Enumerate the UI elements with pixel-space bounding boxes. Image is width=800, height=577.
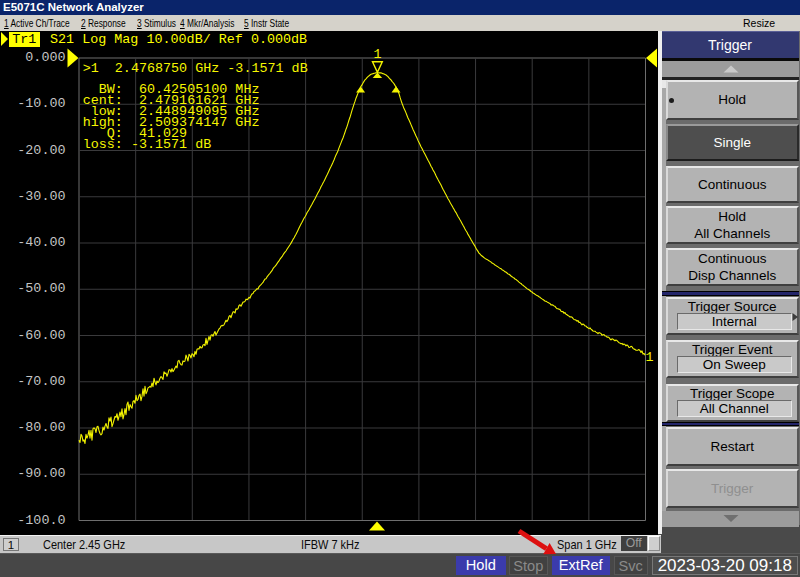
svg-text:1: 1 bbox=[646, 350, 654, 365]
svg-text:1: 1 bbox=[374, 47, 382, 62]
